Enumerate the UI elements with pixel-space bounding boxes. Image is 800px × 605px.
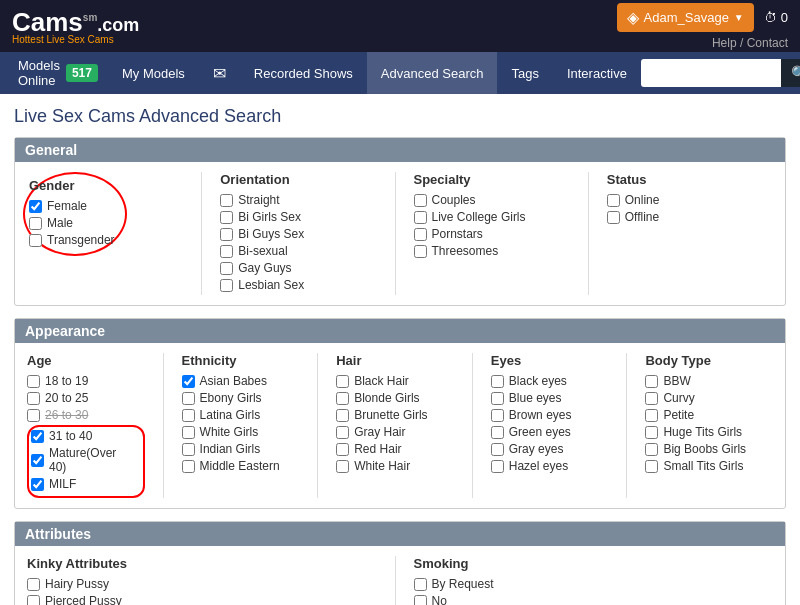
orientation-gay-guys[interactable]: Gay Guys	[220, 261, 376, 275]
status-online[interactable]: Online	[607, 193, 763, 207]
age-31-40[interactable]: 31 to 40	[31, 429, 137, 443]
ethnicity-ebony[interactable]: Ebony Girls	[182, 391, 300, 405]
orientation-bi-girls-sex[interactable]: Bi Girls Sex	[220, 210, 376, 224]
nav-tags[interactable]: Tags	[497, 52, 552, 94]
username-label: Adam_Savage	[644, 10, 729, 25]
specialty-column: Specialty Couples Live College Girls Por…	[404, 172, 580, 295]
eyes-hazel[interactable]: Hazel eyes	[491, 459, 609, 473]
help-link[interactable]: Help / Contact	[712, 36, 788, 50]
gender-male-checkbox[interactable]	[29, 217, 42, 230]
divider-app-3	[472, 353, 473, 498]
hair-column: Hair Black Hair Blonde Girls Brunette Gi…	[326, 353, 464, 498]
logo-sm: sm	[83, 12, 97, 23]
kinky-pierced-pussy[interactable]: Pierced Pussy	[27, 594, 377, 605]
body-petite[interactable]: Petite	[645, 408, 763, 422]
specialty-couples[interactable]: Couples	[414, 193, 570, 207]
age-mature-over-40[interactable]: Mature(Over 40)	[31, 446, 137, 474]
gender-female-checkbox[interactable]	[29, 200, 42, 213]
nav-recorded-shows[interactable]: Recorded Shows	[240, 52, 367, 94]
body-huge-tits[interactable]: Huge Tits Girls	[645, 425, 763, 439]
body-bbw[interactable]: BBW	[645, 374, 763, 388]
hair-red[interactable]: Red Hair	[336, 442, 454, 456]
hair-white[interactable]: White Hair	[336, 459, 454, 473]
gender-transgender[interactable]: Transgender	[29, 233, 115, 247]
status-offline[interactable]: Offline	[607, 210, 763, 224]
orientation-straight[interactable]: Straight	[220, 193, 376, 207]
appearance-section-header: Appearance	[15, 319, 785, 343]
logo-area: Camssm.com Hottest Live Sex Cams	[12, 7, 139, 45]
timer-area: ⏱ 0	[764, 10, 788, 25]
smoking-column: Smoking By Request No	[404, 556, 774, 605]
gender-male-label: Male	[47, 216, 73, 230]
smoking-by-request[interactable]: By Request	[414, 577, 764, 591]
orientation-lesbian-sex[interactable]: Lesbian Sex	[220, 278, 376, 292]
eyes-black[interactable]: Black eyes	[491, 374, 609, 388]
status-title: Status	[607, 172, 763, 187]
header-top-right: ◈ Adam_Savage ▼ ⏱ 0 Help / Contact	[617, 3, 788, 50]
gender-female[interactable]: Female	[29, 199, 115, 213]
models-online-section: Models Online 517	[8, 52, 108, 94]
navbar: Models Online 517 My Models ✉ Recorded S…	[0, 52, 800, 94]
smoking-no[interactable]: No	[414, 594, 764, 605]
orientation-bi-guys-sex[interactable]: Bi Guys Sex	[220, 227, 376, 241]
age-18-19[interactable]: 18 to 19	[27, 374, 145, 388]
hair-gray[interactable]: Gray Hair	[336, 425, 454, 439]
divider-app-1	[163, 353, 164, 498]
hair-blonde[interactable]: Blonde Girls	[336, 391, 454, 405]
attributes-section-header: Attributes	[15, 522, 785, 546]
nav-my-models[interactable]: My Models	[108, 52, 199, 94]
hair-black[interactable]: Black Hair	[336, 374, 454, 388]
header: Camssm.com Hottest Live Sex Cams ◈ Adam_…	[0, 0, 800, 52]
kinky-hairy-pussy[interactable]: Hairy Pussy	[27, 577, 377, 591]
divider-gen-3	[588, 172, 589, 295]
general-section-header: General	[15, 138, 785, 162]
status-column: Status Online Offline	[597, 172, 773, 295]
logo-subtitle: Hottest Live Sex Cams	[12, 34, 139, 45]
orientation-bi-sexual[interactable]: Bi-sexual	[220, 244, 376, 258]
search-button[interactable]: 🔍	[781, 59, 800, 87]
nav-interactive[interactable]: Interactive	[553, 52, 641, 94]
chevron-down-icon: ▼	[734, 12, 744, 23]
attributes-section: Attributes Kinky Attributes Hairy Pussy …	[14, 521, 786, 605]
body-big-boobs[interactable]: Big Boobs Girls	[645, 442, 763, 456]
age-column: Age 18 to 19 20 to 25 26 to 30 31 to 40 …	[27, 353, 155, 498]
specialty-live-college-girls[interactable]: Live College Girls	[414, 210, 570, 224]
ethnicity-latina[interactable]: Latina Girls	[182, 408, 300, 422]
gender-male[interactable]: Male	[29, 216, 115, 230]
kinky-title: Kinky Attributes	[27, 556, 377, 571]
logo-block: Camssm.com Hottest Live Sex Cams	[12, 7, 139, 45]
nav-search: 🔍	[641, 59, 800, 87]
age-milf[interactable]: MILF	[31, 477, 137, 491]
ethnicity-column: Ethnicity Asian Babes Ebony Girls Latina…	[172, 353, 310, 498]
eyes-gray[interactable]: Gray eyes	[491, 442, 609, 456]
ethnicity-asian[interactable]: Asian Babes	[182, 374, 300, 388]
eyes-blue[interactable]: Blue eyes	[491, 391, 609, 405]
general-section-body: Gender Female Male Transgender	[15, 162, 785, 305]
eyes-green[interactable]: Green eyes	[491, 425, 609, 439]
search-input[interactable]	[641, 59, 781, 87]
ethnicity-middle-eastern[interactable]: Middle Eastern	[182, 459, 300, 473]
nav-mail-icon[interactable]: ✉	[199, 52, 240, 94]
logo-cams: Cams	[12, 7, 83, 37]
body-small-tits[interactable]: Small Tits Girls	[645, 459, 763, 473]
nav-advanced-search[interactable]: Advanced Search	[367, 52, 498, 94]
hair-brunette[interactable]: Brunette Girls	[336, 408, 454, 422]
eyes-brown[interactable]: Brown eyes	[491, 408, 609, 422]
orientation-column: Orientation Straight Bi Girls Sex Bi Guy…	[210, 172, 386, 295]
divider-app-2	[317, 353, 318, 498]
ethnicity-indian[interactable]: Indian Girls	[182, 442, 300, 456]
body-curvy[interactable]: Curvy	[645, 391, 763, 405]
age-26-30[interactable]: 26 to 30	[27, 408, 145, 422]
divider-attr-1	[395, 556, 396, 605]
body-type-column: Body Type BBW Curvy Petite Huge Tits Gir…	[635, 353, 773, 498]
gender-transgender-checkbox[interactable]	[29, 234, 42, 247]
specialty-threesomes[interactable]: Threesomes	[414, 244, 570, 258]
ethnicity-white[interactable]: White Girls	[182, 425, 300, 439]
models-online-count: 517	[66, 64, 98, 82]
models-online-label: Models Online	[18, 58, 60, 88]
clock-icon: ⏱	[764, 10, 777, 25]
specialty-pornstars[interactable]: Pornstars	[414, 227, 570, 241]
hair-title: Hair	[336, 353, 454, 368]
user-button[interactable]: ◈ Adam_Savage ▼	[617, 3, 754, 32]
age-20-25[interactable]: 20 to 25	[27, 391, 145, 405]
